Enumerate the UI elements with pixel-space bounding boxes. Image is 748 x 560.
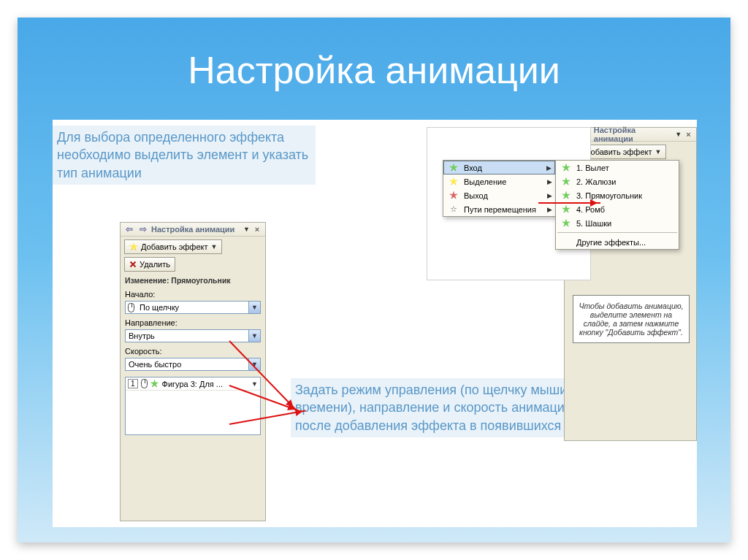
star-icon — [562, 191, 570, 200]
menu-item-emphasis[interactable]: Выделение ▶ — [443, 174, 555, 188]
delete-icon — [129, 261, 137, 268]
panel-title: Настройка анимации — [151, 225, 234, 234]
note-box-select-effect: Для выбора определенного эффекта необход… — [53, 126, 316, 185]
panel-header: ⇦ ⇨ Настройка анимации ▼ × — [121, 223, 265, 237]
hint-text-box: Чтобы добавить анимацию, выделите элемен… — [573, 295, 690, 343]
mouse-icon — [141, 379, 148, 388]
direction-label: Направление: — [121, 314, 265, 328]
star-icon — [562, 205, 570, 214]
start-combo[interactable]: По щелчку ▼ — [125, 301, 261, 314]
speed-value: Очень быстро — [126, 360, 248, 369]
star-icon — [150, 380, 159, 388]
submenu-arrow-icon: ▶ — [547, 206, 552, 213]
submenu-arrow-icon: ▶ — [547, 178, 552, 185]
chevron-down-icon[interactable]: ▼ — [248, 330, 260, 342]
start-label: Начало: — [121, 285, 265, 299]
nav-back-icon[interactable]: ⇦ — [123, 223, 135, 235]
mouse-icon — [128, 303, 134, 312]
star-icon — [129, 242, 138, 251]
star-icon — [562, 177, 570, 186]
change-section-label: Изменение: Прямоугольник — [121, 272, 265, 285]
panel-menu-icon[interactable]: ▼ — [243, 226, 250, 233]
path-icon: ☆ — [450, 204, 457, 214]
direction-combo[interactable]: Внутрь ▼ — [125, 329, 261, 342]
item-label: Фигура 3: Для ... — [162, 380, 223, 388]
menu-item-motion-path[interactable]: ☆ Пути перемещения ▶ — [443, 202, 555, 216]
menu-item-entry[interactable]: Вход ▶ — [443, 161, 555, 174]
panel-title: Настройка анимации — [594, 126, 671, 143]
star-icon — [449, 177, 458, 186]
menu-label: 3. Прямоугольник — [576, 191, 642, 200]
menu-separator — [557, 232, 677, 233]
close-icon[interactable]: × — [684, 130, 693, 139]
chevron-down-icon[interactable]: ▼ — [251, 380, 258, 388]
menu-label: 5. Шашки — [576, 219, 611, 228]
chevron-down-icon: ▼ — [210, 243, 217, 250]
star-icon — [449, 191, 458, 200]
submenu-item-fly-in[interactable]: 1. Вылет — [556, 161, 679, 174]
menu-label: Выход — [464, 191, 488, 200]
animation-panel-left: ⇦ ⇨ Настройка анимации ▼ × Добавить эффе… — [120, 222, 266, 521]
menu-label: Вход — [464, 164, 482, 172]
submenu-item-box[interactable]: 3. Прямоугольник — [556, 188, 679, 202]
speed-combo[interactable]: Очень быстро ▼ — [125, 358, 261, 371]
menu-label: Другие эффекты... — [576, 238, 646, 247]
presentation-slide: Настройка анимации Для выбора определенн… — [18, 18, 730, 542]
direction-value: Внутрь — [126, 331, 248, 340]
menu-label: Выделение — [464, 177, 506, 186]
effects-list[interactable]: 1 Фигура 3: Для ... ▼ — [125, 377, 261, 435]
menu-label: 1. Вылет — [576, 164, 609, 172]
star-icon — [449, 164, 458, 172]
entry-effects-submenu: 1. Вылет 2. Жалюзи 3. Прямоугольник 4. Р… — [555, 160, 679, 250]
star-icon — [562, 164, 570, 172]
nav-fwd-icon[interactable]: ⇨ — [137, 223, 149, 235]
item-index: 1 — [128, 379, 138, 388]
menu-item-exit[interactable]: Выход ▶ — [443, 188, 555, 202]
chevron-down-icon[interactable]: ▼ — [248, 302, 260, 313]
add-effect-label: Добавить эффект — [585, 147, 652, 156]
close-icon[interactable]: × — [252, 225, 262, 234]
chevron-down-icon: ▼ — [654, 148, 661, 156]
add-effect-label: Добавить эффект — [141, 242, 207, 251]
submenu-item-diamond[interactable]: 4. Ромб — [556, 202, 679, 216]
submenu-item-blinds[interactable]: 2. Жалюзи — [556, 174, 679, 188]
menu-label: Пути перемещения — [464, 205, 536, 214]
star-icon — [562, 219, 570, 228]
delete-button[interactable]: Удалить — [124, 257, 175, 272]
submenu-arrow-icon: ▶ — [547, 192, 552, 199]
start-value: По щелчку — [137, 303, 248, 312]
panel-menu-icon[interactable]: ▼ — [675, 131, 682, 138]
menu-label: 2. Жалюзи — [576, 177, 616, 186]
add-effect-button[interactable]: Добавить эффект ▼ — [124, 239, 222, 254]
slide-title: Настройка анимации — [18, 48, 730, 92]
effect-category-menu: Вход ▶ Выделение ▶ Выход ▶ ☆ Пути переме… — [443, 160, 556, 217]
delete-label: Удалить — [140, 260, 170, 269]
submenu-arrow-icon: ▶ — [546, 164, 552, 172]
arrow-annotation — [538, 202, 600, 204]
submenu-item-checkerboard[interactable]: 5. Шашки — [556, 216, 679, 230]
submenu-item-more-effects[interactable]: Другие эффекты... — [556, 235, 679, 249]
